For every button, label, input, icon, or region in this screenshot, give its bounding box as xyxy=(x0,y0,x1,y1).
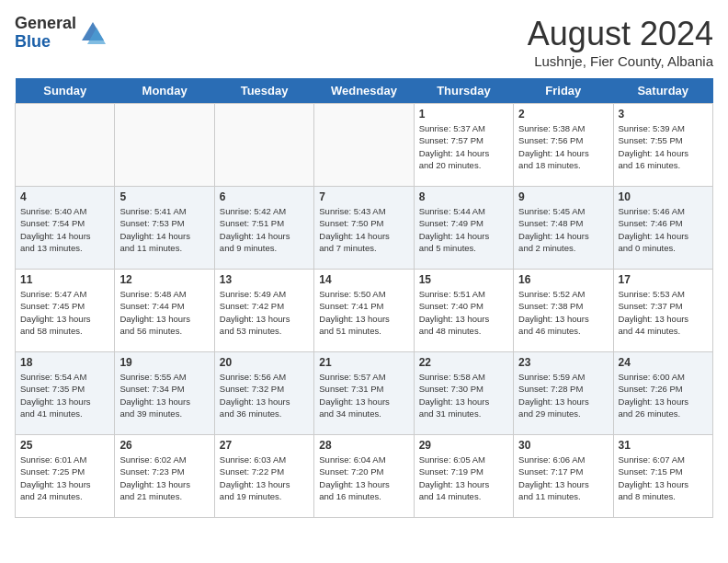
calendar-cell: 8Sunrise: 5:44 AM Sunset: 7:49 PM Daylig… xyxy=(414,187,513,270)
day-info: Sunrise: 5:57 AM Sunset: 7:31 PM Dayligh… xyxy=(319,371,408,419)
day-number: 20 xyxy=(220,356,309,369)
day-number: 26 xyxy=(119,439,209,452)
day-number: 25 xyxy=(20,439,109,452)
day-info: Sunrise: 5:40 AM Sunset: 7:54 PM Dayligh… xyxy=(20,205,109,254)
day-info: Sunrise: 5:41 AM Sunset: 7:53 PM Dayligh… xyxy=(119,205,209,254)
logo: General Blue xyxy=(15,15,106,52)
calendar-week-2: 4Sunrise: 5:40 AM Sunset: 7:54 PM Daylig… xyxy=(16,187,713,270)
day-number: 6 xyxy=(220,190,309,203)
day-number: 10 xyxy=(619,190,708,203)
calendar-cell xyxy=(314,104,414,187)
calendar-cell: 11Sunrise: 5:47 AM Sunset: 7:45 PM Dayli… xyxy=(16,270,115,352)
day-info: Sunrise: 5:42 AM Sunset: 7:51 PM Dayligh… xyxy=(220,205,309,254)
day-info: Sunrise: 5:53 AM Sunset: 7:37 PM Dayligh… xyxy=(619,288,708,337)
day-number: 23 xyxy=(518,356,608,369)
logo-general-text: General xyxy=(15,15,76,33)
day-info: Sunrise: 5:37 AM Sunset: 7:57 PM Dayligh… xyxy=(419,122,508,171)
calendar-cell: 9Sunrise: 5:45 AM Sunset: 7:48 PM Daylig… xyxy=(514,187,613,270)
day-number: 8 xyxy=(419,190,508,203)
calendar-cell: 16Sunrise: 5:52 AM Sunset: 7:38 PM Dayli… xyxy=(514,270,613,352)
day-info: Sunrise: 5:38 AM Sunset: 7:56 PM Dayligh… xyxy=(518,122,608,171)
day-info: Sunrise: 6:06 AM Sunset: 7:17 PM Dayligh… xyxy=(518,454,608,502)
calendar-cell: 30Sunrise: 6:06 AM Sunset: 7:17 PM Dayli… xyxy=(514,435,613,518)
day-number: 24 xyxy=(619,356,708,369)
day-info: Sunrise: 5:48 AM Sunset: 7:44 PM Dayligh… xyxy=(119,288,209,337)
weekday-header-tuesday: Tuesday xyxy=(214,78,313,104)
calendar-cell: 7Sunrise: 5:43 AM Sunset: 7:50 PM Daylig… xyxy=(314,187,414,270)
calendar-cell: 18Sunrise: 5:54 AM Sunset: 7:35 PM Dayli… xyxy=(16,352,115,435)
calendar-cell: 17Sunrise: 5:53 AM Sunset: 7:37 PM Dayli… xyxy=(613,270,712,352)
title-area: August 2024 Lushnje, Fier County, Albani… xyxy=(528,15,713,69)
day-info: Sunrise: 5:44 AM Sunset: 7:49 PM Dayligh… xyxy=(419,205,508,254)
day-number: 30 xyxy=(518,439,608,452)
logo-icon xyxy=(80,20,106,46)
day-number: 4 xyxy=(20,190,109,203)
day-number: 3 xyxy=(619,108,708,121)
header: General Blue August 2024 Lushnje, Fier C… xyxy=(15,15,713,69)
day-info: Sunrise: 5:52 AM Sunset: 7:38 PM Dayligh… xyxy=(518,288,608,337)
calendar-cell xyxy=(214,104,313,187)
day-number: 15 xyxy=(419,273,508,286)
day-info: Sunrise: 5:46 AM Sunset: 7:46 PM Dayligh… xyxy=(619,205,708,254)
day-info: Sunrise: 6:01 AM Sunset: 7:25 PM Dayligh… xyxy=(20,454,109,502)
weekday-header-saturday: Saturday xyxy=(613,78,712,104)
calendar-week-1: 1Sunrise: 5:37 AM Sunset: 7:57 PM Daylig… xyxy=(16,104,713,187)
day-info: Sunrise: 5:51 AM Sunset: 7:40 PM Dayligh… xyxy=(419,288,508,337)
day-info: Sunrise: 5:59 AM Sunset: 7:28 PM Dayligh… xyxy=(518,371,608,419)
day-info: Sunrise: 6:00 AM Sunset: 7:26 PM Dayligh… xyxy=(619,371,708,419)
calendar-week-4: 18Sunrise: 5:54 AM Sunset: 7:35 PM Dayli… xyxy=(16,352,713,435)
calendar-week-5: 25Sunrise: 6:01 AM Sunset: 7:25 PM Dayli… xyxy=(16,435,713,518)
day-info: Sunrise: 6:07 AM Sunset: 7:15 PM Dayligh… xyxy=(619,454,708,502)
day-info: Sunrise: 5:49 AM Sunset: 7:42 PM Dayligh… xyxy=(220,288,309,337)
calendar-cell: 5Sunrise: 5:41 AM Sunset: 7:53 PM Daylig… xyxy=(115,187,214,270)
calendar-cell: 12Sunrise: 5:48 AM Sunset: 7:44 PM Dayli… xyxy=(115,270,214,352)
day-info: Sunrise: 6:02 AM Sunset: 7:23 PM Dayligh… xyxy=(119,454,209,502)
calendar-cell: 2Sunrise: 5:38 AM Sunset: 7:56 PM Daylig… xyxy=(514,104,613,187)
day-number: 21 xyxy=(319,356,408,369)
day-info: Sunrise: 5:39 AM Sunset: 7:55 PM Dayligh… xyxy=(619,122,708,171)
day-number: 31 xyxy=(619,439,708,452)
day-number: 5 xyxy=(119,190,209,203)
calendar-cell: 14Sunrise: 5:50 AM Sunset: 7:41 PM Dayli… xyxy=(314,270,414,352)
day-number: 29 xyxy=(419,439,508,452)
day-number: 22 xyxy=(419,356,508,369)
calendar-cell xyxy=(16,104,115,187)
calendar-cell: 22Sunrise: 5:58 AM Sunset: 7:30 PM Dayli… xyxy=(414,352,513,435)
month-title: August 2024 xyxy=(528,15,713,53)
day-info: Sunrise: 5:54 AM Sunset: 7:35 PM Dayligh… xyxy=(20,371,109,419)
calendar-cell: 10Sunrise: 5:46 AM Sunset: 7:46 PM Dayli… xyxy=(613,187,712,270)
calendar-cell: 21Sunrise: 5:57 AM Sunset: 7:31 PM Dayli… xyxy=(314,352,414,435)
day-number: 19 xyxy=(119,356,209,369)
calendar-cell: 28Sunrise: 6:04 AM Sunset: 7:20 PM Dayli… xyxy=(314,435,414,518)
calendar-cell: 6Sunrise: 5:42 AM Sunset: 7:51 PM Daylig… xyxy=(214,187,313,270)
day-number: 14 xyxy=(319,273,408,286)
calendar-cell: 3Sunrise: 5:39 AM Sunset: 7:55 PM Daylig… xyxy=(613,104,712,187)
day-number: 9 xyxy=(518,190,608,203)
day-number: 2 xyxy=(518,108,608,121)
calendar-cell: 13Sunrise: 5:49 AM Sunset: 7:42 PM Dayli… xyxy=(214,270,313,352)
calendar-cell: 24Sunrise: 6:00 AM Sunset: 7:26 PM Dayli… xyxy=(613,352,712,435)
day-number: 11 xyxy=(20,273,109,286)
day-number: 12 xyxy=(119,273,209,286)
day-number: 13 xyxy=(220,273,309,286)
weekday-header-sunday: Sunday xyxy=(16,78,115,104)
weekday-header-monday: Monday xyxy=(115,78,214,104)
weekday-header-friday: Friday xyxy=(514,78,613,104)
day-info: Sunrise: 5:50 AM Sunset: 7:41 PM Dayligh… xyxy=(319,288,408,337)
calendar-cell: 23Sunrise: 5:59 AM Sunset: 7:28 PM Dayli… xyxy=(514,352,613,435)
calendar-cell: 15Sunrise: 5:51 AM Sunset: 7:40 PM Dayli… xyxy=(414,270,513,352)
day-info: Sunrise: 6:03 AM Sunset: 7:22 PM Dayligh… xyxy=(220,454,309,502)
calendar-table: SundayMondayTuesdayWednesdayThursdayFrid… xyxy=(15,78,713,518)
calendar-cell: 29Sunrise: 6:05 AM Sunset: 7:19 PM Dayli… xyxy=(414,435,513,518)
calendar-cell: 19Sunrise: 5:55 AM Sunset: 7:34 PM Dayli… xyxy=(115,352,214,435)
calendar-week-3: 11Sunrise: 5:47 AM Sunset: 7:45 PM Dayli… xyxy=(16,270,713,352)
day-number: 18 xyxy=(20,356,109,369)
calendar-cell: 27Sunrise: 6:03 AM Sunset: 7:22 PM Dayli… xyxy=(214,435,313,518)
day-info: Sunrise: 6:04 AM Sunset: 7:20 PM Dayligh… xyxy=(319,454,408,502)
day-number: 7 xyxy=(319,190,408,203)
calendar-cell: 20Sunrise: 5:56 AM Sunset: 7:32 PM Dayli… xyxy=(214,352,313,435)
day-info: Sunrise: 5:47 AM Sunset: 7:45 PM Dayligh… xyxy=(20,288,109,337)
day-number: 17 xyxy=(619,273,708,286)
weekday-header-row: SundayMondayTuesdayWednesdayThursdayFrid… xyxy=(16,78,713,104)
location-title: Lushnje, Fier County, Albania xyxy=(528,53,713,69)
